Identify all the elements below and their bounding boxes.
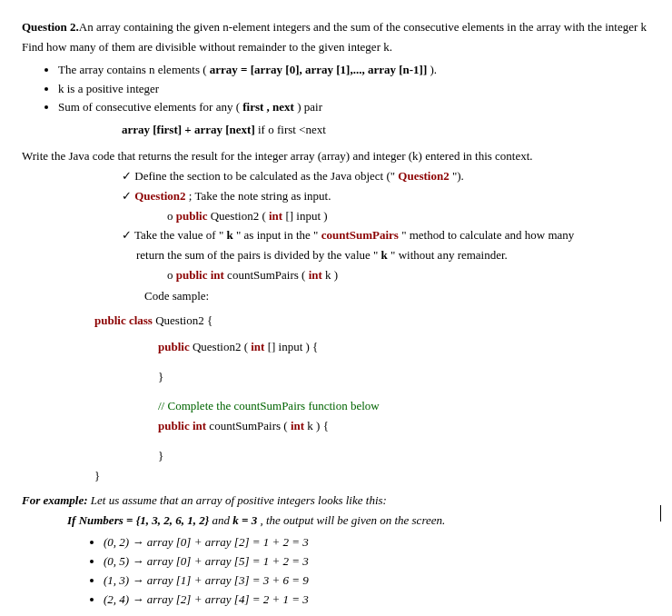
constraint-item: Sum of consecutive elements for any ( fi… [58,99,657,116]
question-line2: Find how many of them are divisible with… [22,39,657,56]
example-numbers: If Numbers = {1, 3, 2, 6, 1, 2} and k = … [67,512,657,530]
instruction-item: Question2 ; Take the note string as inpu… [122,188,657,205]
code-line: public class Question2 { [94,313,657,330]
code-sample-label: Code sample: [144,288,657,305]
write-instruction: Write the Java code that returns the res… [22,148,657,165]
instruction-item-cont: return the sum of the pairs is divided b… [136,247,657,264]
constraint-item: The array contains n elements ( array = … [58,62,657,79]
code-comment: // Complete the countSumPairs function b… [158,398,657,415]
code-line: public int countSumPairs ( int k ) { [158,418,657,435]
example-list: (0, 2) → array [0] + array [2] = 1 + 2 =… [104,534,657,608]
instruction-block: Define the section to be calculated as t… [122,168,657,305]
example-item: (1, 3) → array [1] + array [3] = 3 + 6 =… [104,572,657,590]
code-line: } [94,468,657,485]
constraints-list: The array contains n elements ( array = … [58,62,657,117]
question-title: Question 2.An array containing the given… [22,19,657,36]
instruction-signature: public int countSumPairs ( int k ) [167,267,657,284]
code-line: } [158,369,657,386]
pair-formula: array [first] + array [next] if o first … [122,122,657,139]
example-item: (0, 2) → array [0] + array [2] = 1 + 2 =… [104,534,657,551]
instruction-item: Define the section to be calculated as t… [122,168,657,185]
question-label: Question 2. [22,20,79,34]
question-title-text: An array containing the given n-element … [79,20,647,34]
example-intro: For example: Let us assume that an array… [22,492,657,510]
code-line: } [158,448,657,465]
code-block: public class Question2 { public Question… [94,313,657,485]
constraint-item: k is a positive integer [58,81,657,98]
example-item: (2, 4) → array [2] + array [4] = 2 + 1 =… [104,591,657,609]
text-cursor-icon [660,505,661,522]
code-line: public Question2 ( int [] input ) { [158,339,657,356]
instruction-signature: public Question2 ( int [] input ) [167,208,657,225]
example-item: (0, 5) → array [0] + array [5] = 1 + 2 =… [104,553,657,571]
instruction-item: Take the value of " k " as input in the … [122,227,657,244]
